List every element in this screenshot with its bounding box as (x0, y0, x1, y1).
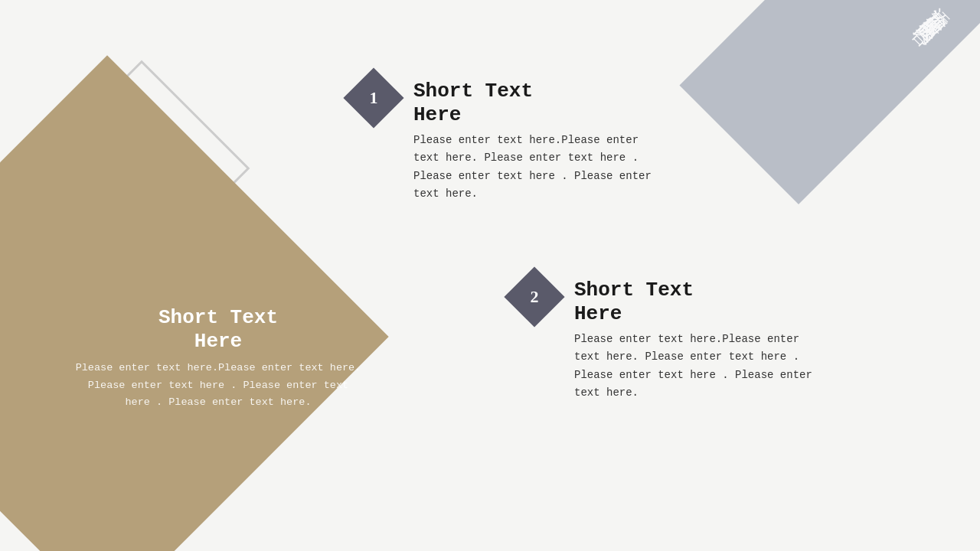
section-2: 2 Short Text Here Please enter text here… (513, 276, 827, 402)
left-section: Short Text Here Please enter text here.P… (73, 306, 364, 411)
section-1-title: Short Text Here (413, 80, 666, 127)
section-1: 1 Short Text Here Please enter text here… (352, 77, 666, 203)
section-2-title: Short Text Here (574, 279, 827, 326)
left-body-text: Please enter text here.Please enter text… (73, 360, 364, 411)
left-title: Short Text Here (73, 306, 364, 354)
badge-1-number: 1 (370, 88, 378, 108)
badge-2-number: 2 (531, 287, 539, 307)
section-2-body: Please enter text here.Please enter text… (574, 331, 827, 401)
badge-1: 1 (352, 77, 395, 119)
badge-2: 2 (513, 276, 556, 318)
section-1-body: Please enter text here.Please enter text… (413, 132, 666, 202)
section-2-text-block: Short Text Here Please enter text here.P… (574, 276, 827, 402)
section-1-text-block: Short Text Here Please enter text here.P… (413, 77, 666, 203)
